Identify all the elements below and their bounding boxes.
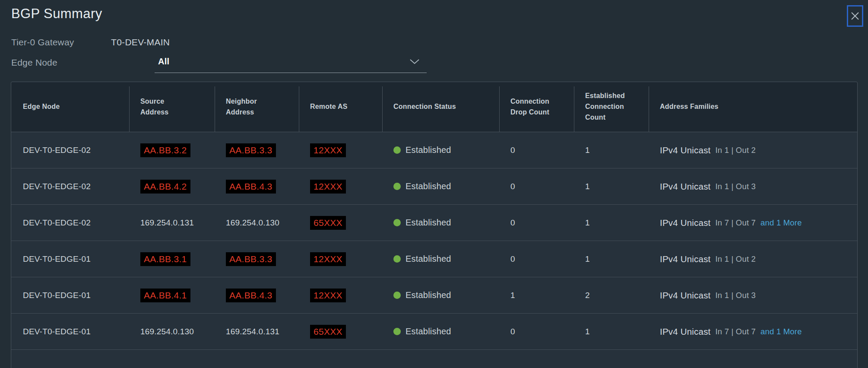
cell-established-connection-count: 1 (574, 146, 649, 155)
cell-edge-node: DEV-T0-EDGE-01 (11, 327, 130, 336)
cell-connection-status: Established (405, 254, 451, 264)
table-row: DEV-T0-EDGE-01 AA.BB.4.1 AA.BB.4.3 12XXX… (11, 277, 857, 314)
column-header-connection-drop-count: Connection Drop Count (500, 82, 574, 132)
column-header-source-address: Source Address (130, 82, 215, 132)
cell-remote-as: 12XXX (310, 180, 346, 194)
cell-edge-node: DEV-T0-EDGE-02 (11, 146, 130, 155)
page-title: BGP Summary (11, 6, 102, 22)
table-row: DEV-T0-EDGE-02 AA.BB.4.2 AA.BB.4.3 12XXX… (11, 168, 857, 205)
cell-connection-drop-count: 0 (500, 218, 574, 228)
cell-edge-node: DEV-T0-EDGE-02 (11, 182, 130, 191)
cell-address-family: IPv4 Unicast (660, 254, 710, 264)
cell-established-connection-count: 1 (574, 327, 649, 336)
cell-source-address: AA.BB.4.1 (140, 289, 190, 302)
cell-connection-status: Established (405, 145, 451, 155)
status-dot-icon (393, 292, 401, 299)
cell-address-family-in-out: In 7 | Out 7 (715, 218, 756, 228)
cell-remote-as: 65XXX (310, 325, 346, 339)
tier0-gateway-label: Tier-0 Gateway (11, 37, 74, 48)
cell-neighbor-address: AA.BB.3.3 (226, 143, 276, 157)
tier0-gateway-value: T0-DEV-MAIN (111, 37, 170, 48)
cell-address-family: IPv4 Unicast (660, 327, 710, 337)
cell-remote-as: 12XXX (310, 143, 346, 157)
cell-source-address: 169.254.0.131 (140, 218, 194, 228)
cell-remote-as: 65XXX (310, 216, 346, 230)
cell-connection-drop-count: 0 (500, 146, 574, 155)
cell-edge-node: DEV-T0-EDGE-01 (11, 291, 130, 300)
cell-address-family-in-out: In 7 | Out 7 (715, 327, 756, 336)
status-dot-icon (393, 255, 401, 263)
status-dot-icon (393, 146, 401, 154)
column-header-edge-node: Edge Node (11, 82, 130, 132)
cell-source-address: AA.BB.4.2 (140, 180, 190, 194)
status-dot-icon (393, 183, 401, 190)
cell-address-family: IPv4 Unicast (660, 145, 710, 155)
cell-established-connection-count: 2 (574, 291, 649, 300)
close-button[interactable] (847, 5, 863, 27)
cell-address-family: IPv4 Unicast (660, 218, 710, 228)
status-dot-icon (393, 219, 401, 226)
cell-connection-drop-count: 0 (500, 182, 574, 191)
edge-node-label: Edge Node (11, 57, 57, 68)
cell-connection-drop-count: 0 (500, 327, 574, 336)
and-more-link[interactable]: and 1 More (760, 327, 802, 336)
cell-neighbor-address: AA.BB.4.3 (226, 289, 276, 302)
column-header-connection-status: Connection Status (383, 82, 500, 132)
column-header-remote-as: Remote AS (299, 82, 383, 132)
table-row: DEV-T0-EDGE-02 169.254.0.131 169.254.0.1… (11, 205, 857, 241)
cell-source-address: AA.BB.3.1 (140, 252, 190, 266)
cell-remote-as: 12XXX (310, 289, 346, 302)
chevron-down-icon (409, 59, 420, 64)
cell-connection-status: Established (405, 290, 451, 300)
cell-neighbor-address: AA.BB.4.3 (226, 180, 276, 194)
table-row: DEV-T0-EDGE-01 169.254.0.130 169.254.0.1… (11, 314, 857, 350)
bgp-summary-table: Edge Node Source Address Neighbor Addres… (11, 82, 858, 368)
table-row: DEV-T0-EDGE-01 AA.BB.3.1 AA.BB.3.3 12XXX… (11, 241, 857, 277)
cell-source-address: 169.254.0.130 (140, 327, 194, 336)
edge-node-dropdown[interactable]: All (155, 54, 427, 73)
table-row: DEV-T0-EDGE-02 AA.BB.3.2 AA.BB.3.3 12XXX… (11, 132, 857, 168)
cell-connection-drop-count: 1 (500, 291, 574, 300)
cell-address-family: IPv4 Unicast (660, 290, 710, 301)
cell-remote-as: 12XXX (310, 252, 346, 266)
column-header-established-connection-count: Established Connection Count (574, 82, 649, 132)
cell-address-family-in-out: In 1 | Out 2 (715, 254, 756, 264)
cell-established-connection-count: 1 (574, 254, 649, 264)
cell-connection-status: Established (405, 181, 451, 191)
cell-source-address: AA.BB.3.2 (140, 143, 190, 157)
cell-connection-status: Established (405, 327, 451, 336)
cell-edge-node: DEV-T0-EDGE-01 (11, 254, 130, 264)
status-dot-icon (393, 328, 401, 335)
cell-established-connection-count: 1 (574, 182, 649, 191)
cell-neighbor-address: 169.254.0.131 (226, 327, 279, 336)
cell-address-family-in-out: In 1 | Out 3 (715, 182, 756, 191)
cell-neighbor-address: 169.254.0.130 (226, 218, 279, 228)
cell-connection-status: Established (405, 218, 451, 228)
and-more-link[interactable]: and 1 More (760, 218, 802, 228)
close-icon (850, 11, 860, 21)
cell-neighbor-address: AA.BB.3.3 (226, 252, 276, 266)
cell-connection-drop-count: 0 (500, 254, 574, 264)
edge-node-dropdown-value: All (158, 57, 169, 67)
cell-address-family-in-out: In 1 | Out 3 (715, 291, 756, 300)
cell-established-connection-count: 1 (574, 218, 649, 228)
column-header-address-families: Address Families (649, 82, 857, 132)
cell-edge-node: DEV-T0-EDGE-02 (11, 218, 130, 228)
cell-address-family-in-out: In 1 | Out 2 (715, 146, 756, 155)
cell-address-family: IPv4 Unicast (660, 181, 710, 192)
table-header: Edge Node Source Address Neighbor Addres… (11, 82, 857, 132)
column-header-neighbor-address: Neighbor Address (215, 82, 299, 132)
